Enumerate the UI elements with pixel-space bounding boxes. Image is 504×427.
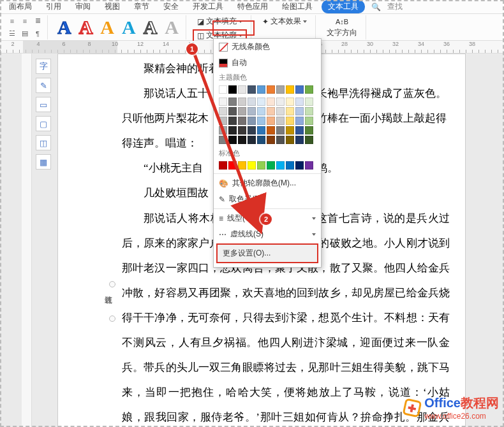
color-swatch[interactable] (248, 136, 256, 144)
color-swatch[interactable] (228, 85, 237, 94)
color-swatch[interactable] (219, 126, 227, 134)
search-placeholder[interactable]: 查找 (385, 1, 405, 12)
color-swatch[interactable] (267, 117, 275, 125)
tab-security[interactable]: 安全 (158, 0, 184, 13)
color-swatch[interactable] (248, 107, 256, 115)
tab-review[interactable]: 审阅 (70, 0, 96, 13)
color-swatch[interactable] (228, 136, 237, 144)
color-swatch[interactable] (257, 126, 265, 134)
color-swatch[interactable] (267, 98, 275, 106)
color-swatch[interactable] (238, 98, 246, 106)
preset-style-5[interactable]: A (140, 17, 161, 38)
standard-swatches[interactable] (214, 160, 321, 172)
color-swatch[interactable] (286, 161, 294, 170)
color-swatch[interactable] (248, 98, 256, 106)
color-swatch[interactable] (219, 98, 227, 106)
color-swatch[interactable] (267, 107, 275, 115)
preset-style-2[interactable]: A (76, 17, 96, 38)
color-swatch[interactable] (295, 117, 304, 125)
color-swatch[interactable] (248, 117, 256, 125)
color-swatch[interactable] (267, 85, 275, 94)
color-swatch[interactable] (295, 126, 304, 134)
color-swatch[interactable] (286, 117, 294, 125)
color-swatch[interactable] (286, 85, 294, 94)
color-swatch[interactable] (248, 126, 256, 134)
color-swatch[interactable] (295, 85, 304, 94)
theme-swatches-row[interactable] (214, 84, 321, 96)
color-swatch[interactable] (219, 85, 227, 94)
dd-no-line-color[interactable]: 无线条颜色 (214, 39, 321, 55)
color-swatch[interactable] (248, 161, 256, 170)
color-swatch[interactable] (276, 98, 285, 106)
color-swatch[interactable] (305, 117, 313, 125)
preset-style-1[interactable]: A (54, 17, 75, 38)
color-swatch[interactable] (257, 98, 265, 106)
dd-more-settings[interactable]: 更多设置(O)... (218, 245, 317, 262)
side-crop-icon[interactable]: ◫ (36, 135, 51, 150)
color-swatch[interactable] (267, 161, 275, 170)
color-swatch[interactable] (305, 85, 313, 94)
color-swatch[interactable] (238, 85, 246, 94)
color-swatch[interactable] (295, 161, 304, 170)
color-swatch[interactable] (305, 161, 313, 170)
ruler-vertical[interactable] (22, 54, 32, 427)
color-swatch[interactable] (238, 136, 246, 144)
color-swatch[interactable] (257, 161, 265, 170)
tab-featured[interactable]: 特色应用 (232, 0, 273, 13)
color-swatch[interactable] (286, 98, 294, 106)
color-swatch[interactable] (219, 107, 227, 115)
side-rect-icon[interactable]: ▢ (36, 116, 51, 131)
color-swatch[interactable] (238, 161, 246, 170)
color-swatch[interactable] (257, 107, 265, 115)
color-swatch[interactable] (267, 126, 275, 134)
color-swatch[interactable] (276, 136, 285, 144)
color-swatch[interactable] (305, 98, 313, 106)
color-swatch[interactable] (286, 107, 294, 115)
color-swatch[interactable] (238, 107, 246, 115)
color-swatch[interactable] (228, 107, 237, 115)
tab-drawing-tools[interactable]: 绘图工具 (277, 0, 318, 13)
color-swatch[interactable] (228, 98, 237, 106)
tab-dev-tools[interactable]: 开发工具 (188, 0, 228, 13)
dd-eyedropper[interactable]: ✎ 取色器(E) (214, 191, 321, 207)
text-effects-button[interactable]: ✦ 文本效果 (258, 15, 311, 28)
color-swatch[interactable] (238, 126, 246, 134)
tab-page-layout[interactable]: 面布局 (4, 0, 37, 13)
color-swatch[interactable] (228, 117, 237, 125)
theme-swatches-tints[interactable] (214, 96, 321, 147)
text-direction-button[interactable]: A↕B 文字方向 (322, 16, 362, 39)
color-swatch[interactable] (276, 107, 285, 115)
color-swatch[interactable] (248, 85, 256, 94)
side-edit-icon[interactable]: ✎ (36, 78, 51, 93)
search-icon[interactable]: 🔍 (371, 3, 381, 11)
indent-icon[interactable]: ▤ (19, 28, 31, 40)
color-swatch[interactable] (286, 126, 294, 134)
color-swatch[interactable] (219, 136, 227, 144)
align-left-icon[interactable]: ≡ (6, 15, 18, 27)
preset-style-4[interactable]: A (119, 17, 139, 38)
dd-dash-style[interactable]: ⋯ 虚线线(S) (214, 226, 321, 242)
color-swatch[interactable] (267, 136, 275, 144)
color-swatch[interactable] (257, 117, 265, 125)
color-swatch[interactable] (295, 107, 304, 115)
tab-text-tools[interactable]: 文本工具 (322, 0, 365, 13)
tab-view[interactable]: 视图 (100, 0, 125, 13)
list-icon[interactable]: ☱ (6, 28, 18, 40)
color-swatch[interactable] (228, 161, 237, 170)
color-swatch[interactable] (305, 136, 313, 144)
color-swatch[interactable] (295, 136, 304, 144)
color-swatch[interactable] (276, 161, 285, 170)
color-swatch[interactable] (276, 117, 285, 125)
color-swatch[interactable] (257, 136, 265, 144)
color-swatch[interactable] (276, 126, 285, 134)
align-dist-icon[interactable]: ≣ (32, 15, 43, 27)
side-text-icon[interactable]: 字 (36, 59, 51, 74)
side-grid-icon[interactable]: ▦ (36, 154, 51, 170)
align-center-icon[interactable]: ≡ (19, 15, 31, 27)
preset-style-3[interactable]: A (97, 17, 117, 38)
color-swatch[interactable] (219, 117, 227, 125)
color-swatch[interactable] (286, 136, 294, 144)
dd-more-outline-colors[interactable]: 🎨 其他轮廓颜色(M)... (214, 175, 321, 191)
color-swatch[interactable] (305, 126, 313, 134)
tab-references[interactable]: 引用 (41, 0, 66, 13)
